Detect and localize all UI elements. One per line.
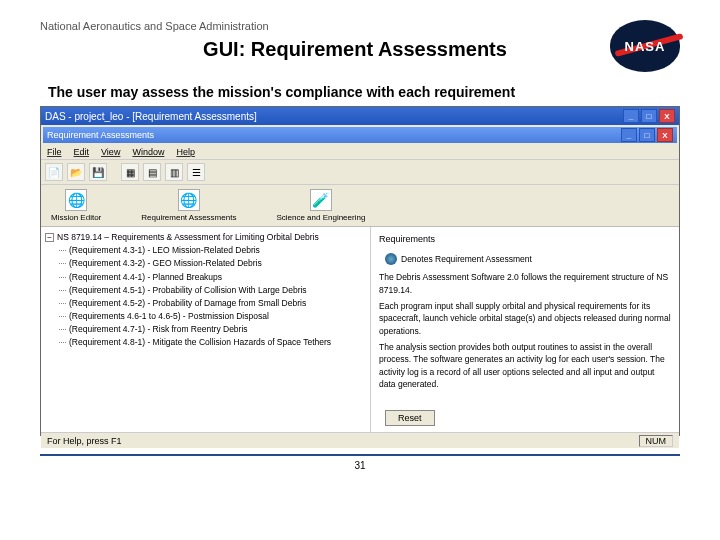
new-icon[interactable]: 📄 xyxy=(45,163,63,181)
view1-icon[interactable]: ▦ xyxy=(121,163,139,181)
module-requirement-assessments[interactable]: 🌐 Requirement Assessments xyxy=(141,189,236,222)
maximize-button[interactable]: □ xyxy=(641,109,657,123)
module-mission-editor[interactable]: 🌐 Mission Editor xyxy=(51,189,101,222)
tree-node[interactable]: (Requirement 4.5-1) - Probability of Col… xyxy=(59,284,366,297)
panel-heading: Requirements xyxy=(379,233,671,246)
nasa-logo: NASA xyxy=(610,20,680,72)
requirements-tree[interactable]: − NS 8719.14 – Requirements & Assessment… xyxy=(41,227,371,432)
slide-subtitle: The user may assess the mission's compli… xyxy=(48,84,680,100)
org-name: National Aeronautics and Space Administr… xyxy=(40,20,610,32)
globe-icon xyxy=(385,253,397,265)
inner-close-button[interactable]: X xyxy=(657,128,673,142)
save-icon[interactable]: 💾 xyxy=(89,163,107,181)
footer-rule xyxy=(40,454,680,456)
view4-icon[interactable]: ☰ xyxy=(187,163,205,181)
toolbar: 📄 📂 💾 ▦ ▤ ▥ ☰ xyxy=(41,160,679,185)
panel-text: Each program input shall supply orbital … xyxy=(379,300,671,337)
page-number: 31 xyxy=(40,460,680,471)
menu-bar: File Edit View Window Help xyxy=(41,145,679,160)
panel-body: The Debris Assessment Software 2.0 follo… xyxy=(379,271,671,404)
module-label: Science and Engineering xyxy=(276,213,365,222)
status-help-text: For Help, press F1 xyxy=(47,436,122,446)
menu-view[interactable]: View xyxy=(101,147,120,157)
tree-root[interactable]: − NS 8719.14 – Requirements & Assessment… xyxy=(45,231,366,244)
logo-text: NASA xyxy=(625,39,666,54)
tree-node[interactable]: (Requirements 4.6-1 to 4.6-5) - Postmiss… xyxy=(59,310,366,323)
flask-icon: 🧪 xyxy=(310,189,332,211)
minimize-button[interactable]: _ xyxy=(623,109,639,123)
detail-panel: Requirements Denotes Requirement Assessm… xyxy=(371,227,679,432)
open-icon[interactable]: 📂 xyxy=(67,163,85,181)
status-bar: For Help, press F1 NUM xyxy=(41,432,679,448)
view2-icon[interactable]: ▤ xyxy=(143,163,161,181)
module-label: Requirement Assessments xyxy=(141,213,236,222)
window-titlebar: DAS - project_leo - [Requirement Assessm… xyxy=(41,107,679,125)
tree-node[interactable]: (Requirement 4.8-1) - Mitigate the Colli… xyxy=(59,336,366,349)
tree-root-label: NS 8719.14 – Requirements & Assessment f… xyxy=(57,231,319,244)
slide-title: GUI: Requirement Assessments xyxy=(100,38,610,61)
module-science-engineering[interactable]: 🧪 Science and Engineering xyxy=(276,189,365,222)
panel-text: The analysis section provides both outpu… xyxy=(379,341,671,390)
panel-text: The Debris Assessment Software 2.0 follo… xyxy=(379,271,671,296)
panel-legend: Denotes Requirement Assessment xyxy=(385,253,671,265)
tree-node[interactable]: (Requirement 4.4-1) - Planned Breakups xyxy=(59,271,366,284)
inner-title: Requirement Assessments xyxy=(47,130,619,140)
globe-icon: 🌐 xyxy=(178,189,200,211)
menu-help[interactable]: Help xyxy=(176,147,195,157)
collapse-icon[interactable]: − xyxy=(45,233,54,242)
reset-button[interactable]: Reset xyxy=(385,410,435,426)
status-numlock: NUM xyxy=(639,435,674,447)
tree-node[interactable]: (Requirement 4.3-1) - LEO Mission-Relate… xyxy=(59,244,366,257)
tree-node[interactable]: (Requirement 4.5-2) - Probability of Dam… xyxy=(59,297,366,310)
globe-icon: 🌐 xyxy=(65,189,87,211)
menu-file[interactable]: File xyxy=(47,147,62,157)
tree-node[interactable]: (Requirement 4.3-2) - GEO Mission-Relate… xyxy=(59,257,366,270)
menu-window[interactable]: Window xyxy=(132,147,164,157)
close-button[interactable]: X xyxy=(659,109,675,123)
view3-icon[interactable]: ▥ xyxy=(165,163,183,181)
window-title: DAS - project_leo - [Requirement Assessm… xyxy=(45,111,621,122)
module-label: Mission Editor xyxy=(51,213,101,222)
module-bar: 🌐 Mission Editor 🌐 Requirement Assessmen… xyxy=(41,185,679,227)
tree-node[interactable]: (Requirement 4.7-1) - Risk from Reentry … xyxy=(59,323,366,336)
inner-minimize-button[interactable]: _ xyxy=(621,128,637,142)
legend-text: Denotes Requirement Assessment xyxy=(401,253,532,265)
menu-edit[interactable]: Edit xyxy=(74,147,90,157)
inner-titlebar: Requirement Assessments _ □ X xyxy=(43,127,677,143)
app-window: DAS - project_leo - [Requirement Assessm… xyxy=(40,106,680,436)
inner-maximize-button[interactable]: □ xyxy=(639,128,655,142)
